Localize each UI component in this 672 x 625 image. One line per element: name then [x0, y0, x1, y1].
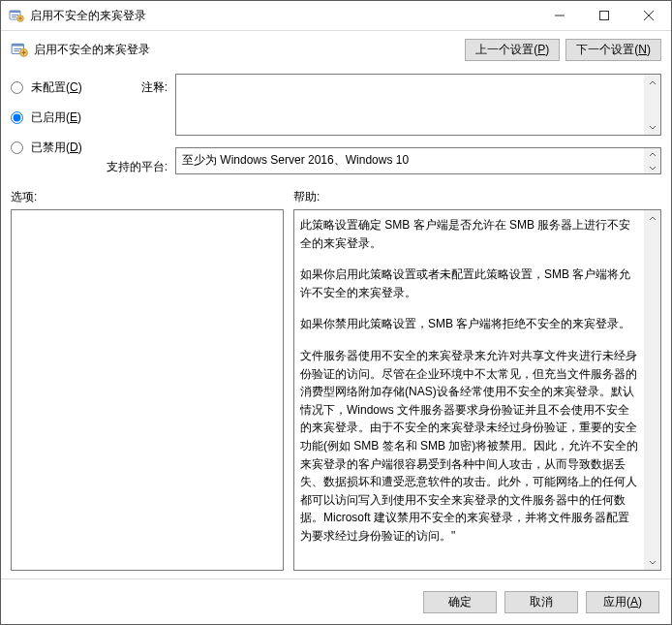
- section-headers: 选项: 帮助:: [1, 183, 671, 209]
- prev-label-mnemonic: P: [537, 43, 545, 56]
- svg-rect-1: [10, 11, 20, 13]
- scroll-up-icon[interactable]: [644, 148, 660, 161]
- supported-platform-text: 至少为 Windows Server 2016、Windows 10: [182, 153, 409, 167]
- next-label-mnemonic: N: [638, 43, 647, 56]
- supported-platform-box: 至少为 Windows Server 2016、Windows 10: [175, 147, 661, 174]
- help-scrollbar[interactable]: [644, 210, 660, 570]
- prev-label-prefix: 上一个设置(: [475, 42, 537, 58]
- next-label-suffix: ): [647, 43, 651, 56]
- help-header: 帮助:: [293, 189, 661, 205]
- options-panel: [11, 209, 284, 571]
- policy-icon: [11, 41, 28, 58]
- apply-label-mnemonic: A: [630, 595, 638, 609]
- help-paragraph: 文件服务器使用不安全的来宾登录来允许对共享文件夹进行未经身份验证的访问。尽管在企…: [300, 347, 639, 546]
- options-header: 选项:: [11, 189, 293, 205]
- window-title: 启用不安全的来宾登录: [30, 8, 537, 24]
- field-labels: 注释: 支持的平台:: [100, 74, 168, 175]
- svg-rect-9: [14, 50, 19, 51]
- radio-enabled-input[interactable]: [11, 111, 23, 124]
- previous-setting-button[interactable]: 上一个设置(P): [465, 39, 560, 61]
- next-setting-button[interactable]: 下一个设置(N): [565, 39, 661, 61]
- toolbar: 启用不安全的来宾登录 上一个设置(P) 下一个设置(N): [1, 31, 671, 68]
- platform-label: 支持的平台:: [100, 138, 168, 175]
- svg-rect-3: [12, 16, 16, 17]
- radio-not-configured-input[interactable]: [11, 81, 23, 94]
- close-button[interactable]: [626, 1, 671, 30]
- platform-scrollbar[interactable]: [644, 148, 660, 173]
- scroll-down-icon[interactable]: [644, 553, 660, 570]
- help-paragraph: 如果你禁用此策略设置，SMB 客户端将拒绝不安全的来宾登录。: [300, 315, 639, 333]
- help-paragraph: 如果你启用此策略设置或者未配置此策略设置，SMB 客户端将允许不安全的来宾登录。: [300, 266, 639, 301]
- apply-label-suffix: ): [638, 595, 642, 609]
- field-values: 至少为 Windows Server 2016、Windows 10: [175, 74, 661, 175]
- svg-rect-5: [600, 12, 609, 20]
- scroll-down-icon[interactable]: [644, 118, 660, 135]
- state-radio-group: 未配置(C) 已启用(E) 已禁用(D): [11, 74, 92, 175]
- comment-label: 注释:: [100, 74, 168, 138]
- radio-disabled-input[interactable]: [11, 141, 23, 154]
- titlebar: 启用不安全的来宾登录: [1, 1, 671, 31]
- minimize-button[interactable]: [537, 1, 582, 30]
- apply-label-prefix: 应用(: [603, 594, 630, 610]
- policy-title: 启用不安全的来宾登录: [34, 42, 459, 58]
- scroll-up-icon[interactable]: [644, 210, 660, 227]
- ok-label: 确定: [448, 594, 472, 610]
- comment-textarea[interactable]: [175, 74, 661, 136]
- cancel-button[interactable]: 取消: [504, 591, 578, 613]
- prev-label-suffix: ): [545, 43, 549, 56]
- radio-disabled[interactable]: 已禁用(D): [11, 140, 92, 156]
- ok-button[interactable]: 确定: [423, 591, 497, 613]
- svg-rect-7: [12, 44, 23, 46]
- config-section: 未配置(C) 已启用(E) 已禁用(D) 注释: 支持的平台:: [1, 68, 671, 183]
- policy-icon: [9, 8, 24, 23]
- policy-editor-window: 启用不安全的来宾登录 启用不安全的来宾登录 上一个设置(P): [0, 0, 672, 625]
- cancel-label: 取消: [530, 594, 553, 610]
- radio-enabled[interactable]: 已启用(E): [11, 109, 92, 126]
- apply-button[interactable]: 应用(A): [586, 591, 659, 613]
- svg-rect-2: [12, 15, 18, 16]
- next-label-prefix: 下一个设置(: [576, 42, 638, 58]
- main-panes: 此策略设置确定 SMB 客户端是否允许在 SMB 服务器上进行不安全的来宾登录。…: [1, 209, 671, 578]
- help-paragraph: 此策略设置确定 SMB 客户端是否允许在 SMB 服务器上进行不安全的来宾登录。: [300, 216, 639, 252]
- help-panel: 此策略设置确定 SMB 客户端是否允许在 SMB 服务器上进行不安全的来宾登录。…: [293, 209, 661, 571]
- scroll-down-icon[interactable]: [644, 161, 660, 173]
- radio-not-configured[interactable]: 未配置(C): [11, 79, 92, 96]
- comment-scrollbar[interactable]: [644, 75, 660, 135]
- dialog-footer: 确定 取消 应用(A): [1, 578, 671, 624]
- svg-rect-8: [14, 48, 21, 49]
- scroll-up-icon[interactable]: [644, 75, 660, 91]
- maximize-button[interactable]: [582, 1, 626, 30]
